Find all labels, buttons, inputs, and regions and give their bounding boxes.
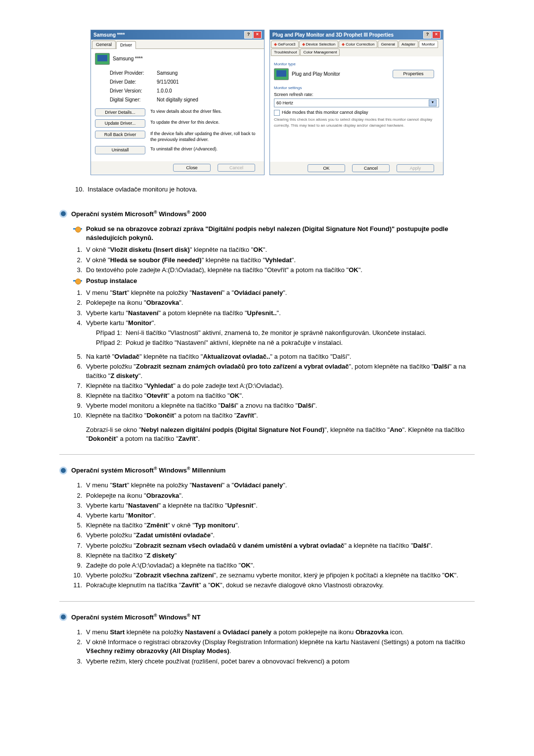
tab-monitor[interactable]: Monitor bbox=[419, 41, 438, 48]
tab-general[interactable]: General bbox=[92, 41, 116, 48]
uninstall-desc: To uninstall the driver (Advanced). bbox=[150, 146, 260, 152]
step-10: 10. Instalace ovladače monitoru je hotov… bbox=[75, 185, 475, 194]
list-item: Na kartě "Ovladač" klepněte na tlačítko … bbox=[84, 352, 475, 361]
tab-color-correction[interactable]: ◆Color Correction bbox=[339, 41, 377, 48]
ok-button[interactable]: OK bbox=[308, 164, 345, 173]
winme-steps: V menu "Start" klepněte na položky "Nast… bbox=[84, 481, 475, 590]
list-item: V okně Informace o registraci obrazovky … bbox=[84, 638, 475, 656]
win2000-signature-steps: V okně "Vložit disketu (Insert disk)" kl… bbox=[84, 245, 475, 275]
list-item: V okně "Vložit disketu (Insert disk)" kl… bbox=[84, 245, 475, 254]
list-item: Klepněte na tlačítko "Z diskety" bbox=[84, 551, 475, 560]
apply-button: Apply bbox=[397, 164, 434, 173]
dialog2-title: Plug and Play Monitor and 3D Prophet III… bbox=[272, 32, 394, 39]
dialog1-titlebar: Samsung **** ? × bbox=[91, 30, 264, 40]
tab-geforce3[interactable]: ◆GeForce3 bbox=[271, 41, 299, 48]
list-item: Vyberte kartu "Monitor". Případ 1: Není-… bbox=[84, 319, 475, 348]
win2000-install-steps: V menu "Start" klepněte na položky "Nast… bbox=[84, 288, 475, 443]
bullet-icon bbox=[59, 467, 67, 474]
bullet-icon bbox=[59, 613, 67, 621]
rollback-desc: If the device fails after updating the d… bbox=[150, 131, 260, 143]
monitor-icon bbox=[274, 68, 289, 80]
list-item: Poklepejte na ikonu "Obrazovka". bbox=[84, 298, 475, 307]
refresh-rate-value: 60 Hertz bbox=[276, 100, 293, 106]
device-name: Samsung **** bbox=[113, 55, 143, 62]
list-item: Klepněte na tlačítko "Otevřít" a potom n… bbox=[84, 391, 475, 400]
version-label: Driver Version: bbox=[110, 88, 157, 94]
list-item: Vyberte kartu "Nastavení" a klepněte na … bbox=[84, 501, 475, 510]
update-desc: To update the driver for this device. bbox=[150, 119, 260, 126]
bullet-icon bbox=[59, 210, 67, 218]
date-value: 9/11/2001 bbox=[157, 79, 179, 86]
tab-general[interactable]: General bbox=[378, 41, 398, 48]
monitor-type-header: Monitor type bbox=[274, 60, 439, 68]
list-item: Poklepejte na ikonu "Obrazovka". bbox=[84, 491, 475, 500]
hide-modes-desc: Clearing this check box allows you to se… bbox=[274, 117, 439, 128]
update-driver-button[interactable]: Update Driver... bbox=[95, 119, 145, 128]
os-header-win2000: Operační systém Microsoft® Windows® 2000 bbox=[59, 209, 475, 219]
driver-properties-dialog: Samsung **** ? × General Driver Samsung … bbox=[90, 30, 265, 175]
dialog1-title: Samsung **** bbox=[93, 32, 125, 39]
list-item: Vyberte model monitoru a klepněte na tla… bbox=[84, 401, 475, 410]
divider bbox=[59, 601, 475, 602]
list-item: Vyberte položku "Zobrazit seznam všech o… bbox=[84, 541, 475, 550]
close-icon[interactable]: × bbox=[253, 31, 262, 39]
list-item: Klepněte na tlačítko "Změnit" v okně "Ty… bbox=[84, 521, 475, 530]
tab-device-selection[interactable]: ◆Device Selection bbox=[299, 41, 339, 48]
list-item: Vyberte režim, který chcete používat (ro… bbox=[84, 657, 475, 666]
help-icon[interactable]: ? bbox=[244, 31, 253, 39]
help-icon[interactable]: ? bbox=[423, 31, 432, 39]
list-item: Vyberte položku "Zadat umístění ovladače… bbox=[84, 531, 475, 540]
list-item: Vyberte kartu "Monitor". bbox=[84, 511, 475, 520]
cancel-button[interactable]: Cancel bbox=[352, 164, 390, 173]
signer-label: Digital Signer: bbox=[110, 96, 157, 103]
rollback-driver-button[interactable]: Roll Back Driver bbox=[95, 131, 145, 139]
cancel-button: Cancel bbox=[218, 164, 255, 172]
list-item: Zadejte do pole A:\(D:\ovladač) a klepně… bbox=[84, 561, 475, 570]
refresh-rate-select[interactable]: 60 Hertz ▾ bbox=[274, 98, 439, 107]
details-desc: To view details about the driver files. bbox=[150, 108, 260, 115]
signer-value: Not digitally signed bbox=[157, 96, 198, 103]
note-icon bbox=[73, 278, 82, 284]
list-item: V menu Start klepněte na položky Nastave… bbox=[84, 628, 475, 637]
list-item: Vyberte položku "Zobrazit všechna zaříze… bbox=[84, 571, 475, 580]
list-item: V okně "Hledá se soubor (File needed)" k… bbox=[84, 256, 475, 265]
screenshots-row: Samsung **** ? × General Driver Samsung … bbox=[59, 30, 475, 175]
dialog2-tabs: ◆GeForce3 ◆Device Selection ◆Color Corre… bbox=[270, 40, 443, 56]
version-value: 1.0.0.0 bbox=[157, 88, 172, 94]
tab-color-management[interactable]: Color Management bbox=[300, 48, 340, 56]
list-item: V menu "Start" klepněte na položky "Nast… bbox=[84, 288, 475, 297]
note-digital-signature: Pokud se na obrazovce zobrazí zpráva "Di… bbox=[73, 225, 475, 242]
os-header-winme: Operační systém Microsoft® Windows® Mill… bbox=[59, 466, 475, 475]
chevron-down-icon[interactable]: ▾ bbox=[429, 99, 437, 106]
note-postup: Postup instalace bbox=[73, 277, 475, 285]
list-item: Pokračujte klepnutím na tlačítka "Zavřít… bbox=[84, 581, 475, 590]
hide-modes-label: Hide modes that this monitor cannot disp… bbox=[282, 109, 368, 116]
close-button[interactable]: Close bbox=[173, 164, 211, 172]
provider-value: Samsung bbox=[157, 70, 178, 77]
divider bbox=[59, 454, 475, 455]
monitor-properties-dialog: Plug and Play Monitor and 3D Prophet III… bbox=[269, 30, 444, 175]
winnt-steps: V menu Start klepněte na položky Nastave… bbox=[84, 628, 475, 666]
hide-modes-checkbox[interactable] bbox=[274, 110, 280, 116]
dialog1-tabs: General Driver bbox=[91, 40, 264, 49]
driver-details-button[interactable]: Driver Details... bbox=[95, 108, 145, 117]
uninstall-button[interactable]: Uninstall bbox=[95, 146, 145, 154]
note-icon bbox=[73, 226, 82, 233]
list-item: Vyberte kartu "Nastavení" a potom klepně… bbox=[84, 309, 475, 318]
list-item: Vyberte položku "Zobrazit seznam známých… bbox=[84, 362, 475, 380]
dialog2-titlebar: Plug and Play Monitor and 3D Prophet III… bbox=[270, 30, 443, 40]
tab-troubleshoot[interactable]: Troubleshoot bbox=[271, 48, 300, 56]
properties-button[interactable]: Properties bbox=[393, 70, 434, 78]
monitor-settings-header: Monitor settings bbox=[274, 84, 439, 92]
tab-adapter[interactable]: Adapter bbox=[399, 41, 418, 48]
tab-driver[interactable]: Driver bbox=[116, 41, 136, 49]
list-item: Klepněte na tlačítko "Vyhledat" a do pol… bbox=[84, 381, 475, 390]
provider-label: Driver Provider: bbox=[110, 70, 157, 77]
date-label: Driver Date: bbox=[110, 79, 157, 86]
list-item: Do textového pole zadejte A:(D:\Ovladač)… bbox=[84, 266, 475, 275]
close-icon[interactable]: × bbox=[432, 31, 441, 39]
refresh-rate-label: Screen refresh rate: bbox=[274, 92, 439, 98]
monitor-type-value: Plug and Play Monitor bbox=[292, 71, 340, 78]
list-item: V menu "Start" klepněte na položky "Nast… bbox=[84, 481, 475, 490]
monitor-icon bbox=[95, 53, 110, 65]
